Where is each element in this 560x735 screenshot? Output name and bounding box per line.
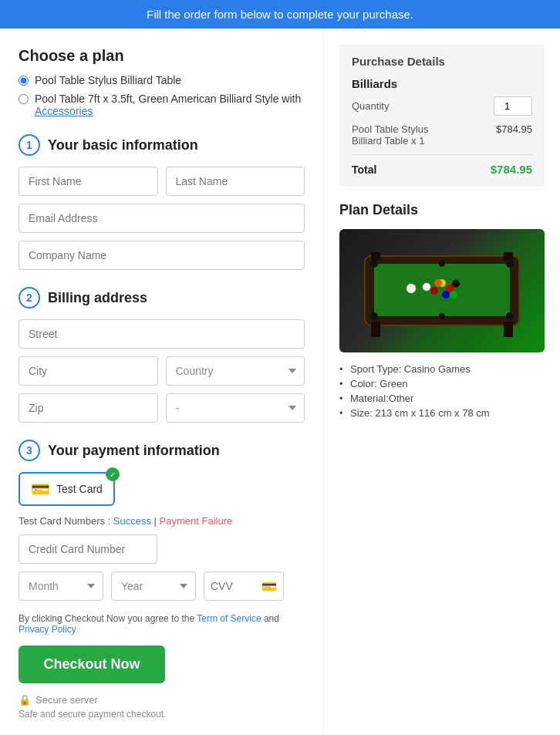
svg-point-20 — [407, 284, 416, 293]
company-input[interactable] — [19, 241, 305, 270]
svg-point-11 — [439, 313, 445, 319]
svg-point-15 — [442, 291, 450, 298]
pool-table-image — [339, 229, 545, 352]
section3-header: 3 Your payment information — [19, 440, 305, 461]
street-row — [19, 319, 305, 349]
terms-link[interactable]: Term of Service — [197, 613, 261, 624]
city-country-row: Country — [19, 356, 305, 386]
svg-point-19 — [434, 279, 442, 287]
svg-point-10 — [439, 261, 445, 267]
test-card-box[interactable]: 💳 Test Card ✓ — [19, 472, 115, 506]
email-input[interactable] — [19, 204, 305, 233]
section3-title: Your payment information — [48, 443, 220, 459]
test-card-label: Test Card — [56, 483, 103, 495]
section3-number: 3 — [19, 440, 40, 461]
svg-point-6 — [370, 260, 378, 268]
right-column: Purchase Details Billiards Quantity Pool… — [324, 29, 560, 735]
street-input[interactable] — [19, 319, 305, 349]
product-name: Pool Table Stylus Billiard Table x 1 — [352, 123, 460, 147]
credit-card-icon: 💳 — [31, 480, 50, 498]
cvv-wrapper: 💳 — [204, 571, 284, 601]
privacy-link[interactable]: Privacy Policy — [19, 624, 76, 635]
spec-item: Color: Green — [339, 378, 545, 389]
product-price-row: Pool Table Stylus Billiard Table x 1 $78… — [352, 123, 532, 147]
plan-radio-1[interactable] — [19, 76, 29, 86]
plan-option-2[interactable]: Pool Table 7ft x 3.5ft, Green American B… — [19, 93, 305, 117]
top-banner: Fill the order form below to complete yo… — [0, 0, 560, 29]
svg-point-9 — [506, 312, 514, 320]
spec-item: Size: 213 cm x 116 cm x 78 cm — [339, 407, 545, 419]
lock-icon: 🔒 — [19, 694, 31, 706]
plan-option-1[interactable]: Pool Table Stylus Billiard Table — [19, 74, 305, 86]
month-select[interactable]: Month 010203 040506 070809 101112 — [19, 571, 103, 601]
secure-label: Secure server — [35, 694, 98, 706]
total-row: Total $784.95 — [352, 154, 532, 176]
cvv-input[interactable] — [211, 572, 257, 600]
total-label: Total — [352, 164, 376, 176]
year-select[interactable]: Year 202420252026 202720282029 — [111, 571, 196, 601]
city-input[interactable] — [19, 356, 158, 386]
failure-link[interactable]: Payment Failure — [160, 515, 233, 527]
country-select[interactable]: Country — [166, 356, 305, 386]
section2-number: 2 — [19, 287, 40, 308]
cc-number-input[interactable] — [19, 534, 157, 564]
spec-item: Material:Other — [339, 393, 545, 404]
section1-number: 1 — [19, 134, 40, 156]
choose-plan-title: Choose a plan — [19, 47, 305, 65]
plan-details-title: Plan Details — [339, 202, 545, 218]
last-name-input[interactable] — [166, 167, 305, 196]
svg-point-8 — [370, 312, 378, 320]
product-price: $784.95 — [496, 123, 532, 135]
quantity-label: Quantity — [352, 100, 389, 112]
separator: | — [154, 515, 160, 527]
test-card-info: Test Card Numbers : Success | Payment Fa… — [19, 515, 305, 527]
zip-state-row: - — [19, 393, 305, 423]
cc-number-row — [19, 534, 305, 564]
product-category: Billiards — [352, 77, 532, 90]
company-row — [19, 241, 305, 270]
checkout-button[interactable]: Checkout Now — [19, 646, 165, 683]
svg-point-16 — [430, 287, 438, 295]
svg-rect-4 — [371, 252, 380, 260]
svg-point-18 — [450, 291, 457, 298]
purchase-details-title: Purchase Details — [352, 55, 532, 68]
name-row — [19, 167, 305, 196]
success-link[interactable]: Success — [113, 515, 151, 527]
first-name-input[interactable] — [19, 167, 158, 196]
plan-label-2: Pool Table 7ft x 3.5ft, Green American B… — [35, 93, 305, 117]
banner-text: Fill the order form below to complete yo… — [147, 8, 413, 21]
section1-header: 1 Your basic information — [19, 134, 305, 156]
state-select[interactable]: - — [166, 393, 305, 423]
zip-input[interactable] — [19, 393, 158, 423]
left-column: Choose a plan Pool Table Stylus Billiard… — [0, 29, 324, 735]
plan-radio-2[interactable] — [19, 94, 29, 104]
product-specs-list: Sport Type: Casino Games Color: Green Ma… — [339, 363, 545, 419]
spec-item: Sport Type: Casino Games — [339, 363, 545, 375]
svg-point-17 — [452, 280, 460, 288]
svg-rect-3 — [504, 322, 513, 337]
test-card-prefix: Test Card Numbers : — [19, 515, 113, 527]
accessories-link[interactable]: Accessories — [35, 105, 93, 117]
secure-server-row: 🔒 Secure server — [19, 694, 305, 706]
svg-rect-5 — [504, 252, 513, 260]
email-row — [19, 204, 305, 233]
expiry-row: Month 010203 040506 070809 101112 Year 2… — [19, 571, 305, 601]
section1-title: Your basic information — [48, 137, 198, 153]
svg-rect-1 — [374, 264, 510, 316]
svg-point-12 — [423, 283, 430, 291]
section2-header: 2 Billing address — [19, 287, 305, 308]
total-amount: $784.95 — [491, 163, 532, 176]
purchase-details-box: Purchase Details Billiards Quantity Pool… — [339, 44, 545, 187]
svg-point-7 — [506, 260, 514, 268]
terms-prefix: By clicking Checkout Now you agree to th… — [19, 613, 197, 624]
terms-and: and — [264, 613, 279, 624]
quantity-input[interactable] — [494, 96, 532, 116]
safe-text: Safe and secure payment checkout. — [19, 709, 305, 720]
plan-label-1: Pool Table Stylus Billiard Table — [35, 74, 181, 86]
cvv-card-icon: 💳 — [261, 579, 277, 594]
section2-title: Billing address — [48, 290, 147, 306]
quantity-row: Quantity — [352, 96, 532, 116]
svg-rect-2 — [371, 322, 380, 337]
checkmark-badge: ✓ — [106, 467, 120, 481]
terms-text: By clicking Checkout Now you agree to th… — [19, 613, 305, 635]
